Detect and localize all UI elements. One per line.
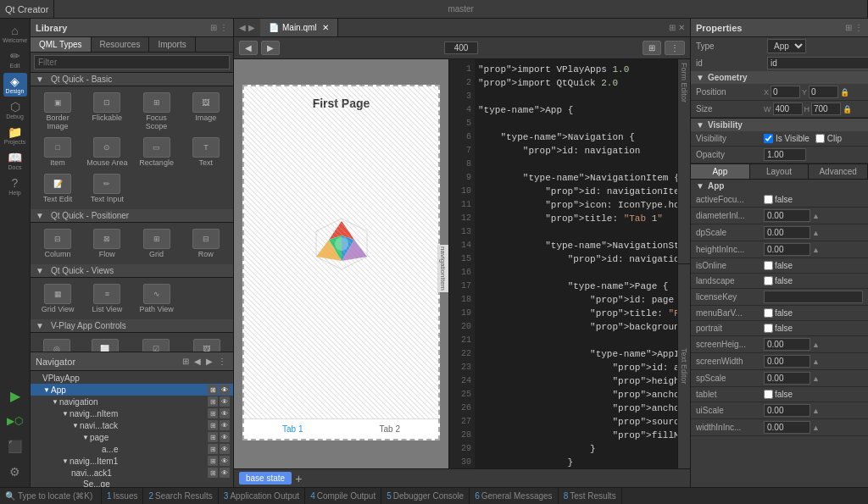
section-vplay-app-controls[interactable]: ▼ V-Play App Controls	[31, 319, 233, 333]
list-item[interactable]: ▦Grid View	[34, 281, 81, 316]
list-item[interactable]: ▣Border Image	[34, 90, 81, 133]
list-item[interactable]: TText	[182, 135, 230, 169]
list-item[interactable]: 🖼AppImage	[183, 336, 230, 352]
visibility-checkbox[interactable]	[764, 134, 773, 143]
tab-main-qml[interactable]: 📄 Main.qml ✕	[260, 19, 338, 36]
position-lock-icon[interactable]: 🔒	[840, 88, 849, 97]
stop-button[interactable]: ⬛	[3, 435, 27, 458]
debug-run-button[interactable]: ▶⬡	[3, 409, 27, 433]
list-item[interactable]: ⊡Flickable	[83, 90, 131, 133]
status-search[interactable]: 2 Search Results	[143, 488, 218, 504]
list-item[interactable]: ≡List View	[83, 281, 131, 316]
status-test[interactable]: 8 Test Results	[559, 488, 622, 504]
prop-checkbox[interactable]	[764, 276, 773, 285]
clip-checkbox[interactable]	[815, 134, 825, 143]
list-item[interactable]: □Item	[34, 135, 81, 169]
tree-item-navigation[interactable]: ▼ navigation ⊞ 👁	[31, 396, 233, 407]
properties-expand-icon[interactable]: ⊞	[845, 23, 852, 32]
tab-resources[interactable]: Resources	[92, 37, 150, 52]
toolbar-options-btn[interactable]: ⋮	[665, 41, 685, 55]
prop-checkbox[interactable]	[764, 308, 773, 318]
library-options-icon[interactable]: ⋮	[220, 23, 228, 32]
settings-button[interactable]: ⚙	[3, 460, 27, 484]
id-input[interactable]	[767, 57, 868, 69]
spinner-up-icon[interactable]: ▲	[812, 229, 820, 237]
geometry-section-header[interactable]: ▼ Geometry	[691, 71, 868, 84]
tree-item-vplayapp[interactable]: VPlayApp	[31, 373, 233, 384]
tree-item-naviack1[interactable]: navi...ack1 ⊞ 👁	[31, 467, 233, 479]
canvas-tab-1[interactable]: Tab 1	[244, 419, 342, 439]
tab-qml-types[interactable]: QML Types	[31, 37, 92, 52]
sidebar-item-help[interactable]: ? Help	[3, 174, 27, 198]
prop-checkbox[interactable]	[764, 390, 773, 399]
sidebar-item-debug[interactable]: ⬡ Debug	[3, 98, 27, 122]
toolbar-back-btn[interactable]: ◀	[239, 41, 258, 55]
navigator-options-btn[interactable]: ⋮	[216, 357, 228, 366]
close-tab-icon[interactable]: ✕	[322, 23, 329, 32]
prop-spinner[interactable]	[764, 421, 810, 434]
h-input[interactable]	[811, 102, 841, 115]
spinner-up-icon[interactable]: ▲	[812, 407, 820, 415]
tab-advanced-props[interactable]: Advanced	[809, 164, 868, 179]
properties-options-icon[interactable]: ⋮	[854, 23, 863, 32]
navigator-expand-btn[interactable]: ⊞	[181, 357, 191, 366]
prop-text-input[interactable]	[764, 291, 863, 303]
list-item[interactable]: ⊙Mouse Area	[83, 135, 131, 169]
visibility-section-header[interactable]: ▼ Visibility	[691, 119, 868, 131]
list-item[interactable]: ✏Text Input	[83, 171, 131, 206]
section-qt-quick-positioner[interactable]: ▼ Qt Quick - Positioner	[31, 209, 233, 223]
editor-forward-icon[interactable]: ▶	[248, 23, 255, 32]
list-item[interactable]: ⊞Grid	[133, 226, 181, 261]
x-input[interactable]	[771, 86, 800, 98]
list-item[interactable]: ⬜AppButton	[82, 336, 129, 352]
run-button[interactable]: ▶	[3, 384, 27, 407]
toolbar-zoom-fit-btn[interactable]: ⊞	[643, 41, 661, 55]
status-general[interactable]: 6 General Messages	[470, 488, 559, 504]
split-icon[interactable]: ⊞	[669, 23, 676, 32]
editor-back-icon[interactable]: ◀	[239, 23, 246, 32]
prop-spinner[interactable]	[764, 338, 810, 351]
code-content[interactable]: "prop">import VPlayApps 1.0"prop">import…	[475, 59, 677, 468]
canvas-tab-2[interactable]: Tab 2	[342, 419, 439, 439]
search-section[interactable]: 🔍 Type to locate (⌘K)	[0, 488, 102, 504]
spinner-up-icon[interactable]: ▲	[812, 374, 820, 383]
opacity-input[interactable]	[764, 148, 806, 161]
prop-checkbox[interactable]	[764, 261, 773, 270]
navigator-back-btn[interactable]: ◀	[192, 357, 203, 366]
list-item[interactable]: ◎AppAc...ator	[34, 336, 81, 352]
spinner-up-icon[interactable]: ▲	[812, 212, 820, 220]
status-app-output[interactable]: 3 Application Output	[219, 488, 305, 504]
size-lock-icon[interactable]: 🔒	[843, 105, 852, 114]
status-debugger[interactable]: 5 Debugger Console	[381, 488, 470, 504]
tree-item-page[interactable]: ▼ page ⊞ 👁	[31, 431, 233, 443]
spinner-up-icon[interactable]: ▲	[812, 357, 820, 366]
tab-imports[interactable]: Imports	[149, 37, 195, 52]
list-item[interactable]: ☑AppCheckBox	[130, 336, 181, 352]
library-expand-icon[interactable]: ⊞	[210, 23, 217, 32]
toolbar-forward-btn[interactable]: ▶	[261, 41, 280, 55]
list-item[interactable]: 📝Text Edit	[34, 171, 81, 206]
sidebar-item-welcome[interactable]: ⌂ Welcome	[3, 22, 27, 46]
list-item[interactable]: ⊟Row	[182, 226, 230, 261]
prop-spinner[interactable]	[764, 226, 810, 239]
spinner-up-icon[interactable]: ▲	[812, 424, 820, 432]
list-item[interactable]: ⊞Focus Scope	[133, 90, 181, 133]
sidebar-item-projects[interactable]: 📁 Projects	[3, 124, 27, 147]
status-compile[interactable]: 4 Compile Output	[305, 488, 381, 504]
tree-item-sege[interactable]: Se...ge	[31, 479, 233, 487]
section-qt-quick-basic[interactable]: ▼ Qt Quick - Basic	[31, 73, 233, 86]
prop-spinner[interactable]	[764, 243, 810, 256]
prop-checkbox[interactable]	[764, 195, 773, 204]
tree-item-ae[interactable]: a...e ⊞ 👁	[31, 443, 233, 455]
sidebar-item-design[interactable]: ◈ Design	[3, 73, 27, 97]
list-item[interactable]: 🖼Image	[182, 90, 230, 133]
close-editor-icon[interactable]: ✕	[678, 23, 685, 32]
spinner-up-icon[interactable]: ▲	[812, 246, 820, 254]
sidebar-item-docs[interactable]: 📖 Docs	[3, 149, 27, 173]
state-chip[interactable]: base state	[239, 472, 292, 485]
spinner-up-icon[interactable]: ▲	[812, 341, 820, 349]
design-canvas-area[interactable]: App First Page navigationItem	[234, 59, 448, 468]
tree-item-navitem1[interactable]: ▼ navig...Item1 ⊞ 👁	[31, 455, 233, 467]
prop-spinner[interactable]	[764, 355, 810, 368]
tree-item-navistack[interactable]: ▼ navi...tack ⊞ 👁	[31, 419, 233, 431]
